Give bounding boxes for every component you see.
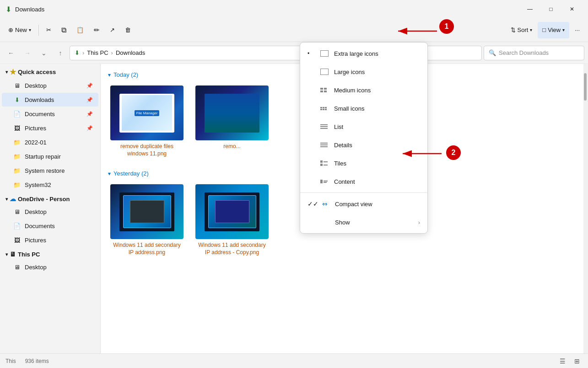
delete-button[interactable]: 🗑 [120, 22, 135, 38]
menu-item-show[interactable]: Show › [300, 213, 427, 231]
menu-item-compact-view[interactable]: ✓ ⇔ Compact view [300, 195, 427, 213]
sidebar-item-documents-od[interactable]: 📄 Documents [2, 219, 98, 233]
menu-item-large-icons[interactable]: Large icons [300, 63, 427, 81]
tiles-label: Tiles [334, 160, 346, 167]
medium-icons-label: Medium icons [334, 87, 371, 94]
menu-item-list[interactable]: List [300, 117, 427, 136]
quick-access-chevron-icon: ▾ [5, 69, 8, 75]
list-label: List [334, 123, 343, 130]
delete-icon: 🗑 [125, 27, 131, 33]
file-item-4[interactable]: Windows 11 add secondary IP address - Co… [193, 182, 271, 258]
back-button[interactable]: ← [4, 46, 18, 60]
annotation-1: 1 [439, 19, 454, 34]
sidebar-item-system-restore[interactable]: 📁 System restore [2, 164, 98, 177]
quick-access-header[interactable]: ▾ ★ Quick access [0, 66, 100, 78]
status-details-view-button[interactable]: ☰ [557, 356, 568, 367]
sidebar-item-pictures-od[interactable]: 🖼 Pictures [2, 233, 98, 247]
folder-icon-2: 📁 [13, 153, 21, 160]
pin-icon-2: 📌 [86, 97, 93, 103]
yesterday-chevron-icon: ▾ [108, 171, 111, 177]
menu-item-content[interactable]: Content [300, 172, 427, 191]
menu-separator [300, 192, 427, 193]
menu-item-small-icons[interactable]: Small icons [300, 99, 427, 117]
toolbar-separator-1 [38, 25, 39, 36]
details-icon [320, 143, 329, 147]
file-name-4: Windows 11 add secondary IP address - Co… [195, 242, 269, 256]
more-button[interactable]: ··· [570, 22, 584, 38]
recent-button[interactable]: ⌄ [37, 46, 51, 60]
menu-item-medium-icons[interactable]: Medium icons [300, 81, 427, 99]
main-layout: ▾ ★ Quick access 🖥 Desktop 📌 ⬇ Downloads… [0, 64, 588, 353]
view-chevron-icon: ▾ [562, 27, 565, 32]
sidebar-item-desktop-pc[interactable]: 🖥 Desktop [2, 260, 98, 274]
sidebar-item-desktop-od[interactable]: 🖥 Desktop [2, 205, 98, 219]
compact-view-icon: ⇔ [320, 200, 329, 208]
new-button[interactable]: ⊕ New ▾ [4, 22, 36, 38]
cut-button[interactable]: ✂ [42, 22, 56, 38]
sidebar-section-quick-access: ▾ ★ Quick access 🖥 Desktop 📌 ⬇ Downloads… [0, 66, 100, 192]
new-label: New [15, 27, 27, 33]
sidebar: ▾ ★ Quick access 🖥 Desktop 📌 ⬇ Downloads… [0, 64, 101, 353]
small-icons-icon [320, 107, 329, 110]
folder-icon-3: 📁 [13, 167, 21, 174]
scrollbar-thumb [584, 73, 587, 101]
status-bar: This 936 items ☰ ⊞ [0, 353, 588, 368]
vertical-scrollbar[interactable] [583, 64, 588, 353]
window-icon: ⬇ [5, 5, 11, 14]
this-label: This [5, 358, 16, 364]
search-icon: 🔍 [489, 49, 496, 56]
onedrive-chevron-icon: ▾ [5, 197, 8, 202]
desktop-od-icon: 🖥 [13, 208, 21, 215]
file-item-2[interactable]: remo... [193, 84, 271, 159]
search-box[interactable]: 🔍 Search Downloads [484, 46, 584, 60]
view-button[interactable]: □ View ▾ [538, 22, 569, 38]
status-large-icons-view-button[interactable]: ⊞ [572, 356, 583, 367]
sort-button[interactable]: ⇅ Sort ▾ [506, 22, 537, 38]
compact-view-label: Compact view [335, 201, 372, 208]
onedrive-label: OneDrive - Person [18, 196, 70, 203]
sidebar-item-2022[interactable]: 📁 2022-01 [2, 135, 98, 149]
item-count: 936 items [25, 358, 49, 364]
show-arrow-icon: › [418, 219, 420, 226]
sidebar-item-startup[interactable]: 📁 Startup repair [2, 149, 98, 163]
menu-item-details[interactable]: Details [300, 136, 427, 154]
file-name-2: remo... [223, 143, 240, 150]
content-label: Content [334, 178, 355, 185]
close-button[interactable]: ✕ [561, 2, 583, 16]
menu-item-extra-large-icons[interactable]: • Extra large icons [300, 44, 427, 63]
sidebar-item-pictures-qa[interactable]: 🖼 Pictures 📌 [2, 121, 98, 135]
onedrive-header[interactable]: ▾ ☁ OneDrive - Person [0, 193, 100, 204]
window-controls: — □ ✕ [519, 2, 583, 16]
sidebar-item-system32[interactable]: 📁 System32 [2, 178, 98, 192]
sidebar-item-desktop-qa[interactable]: 🖥 Desktop 📌 [2, 79, 98, 92]
address-icon: ⬇ [75, 49, 80, 56]
rename-button[interactable]: ✏ [89, 22, 104, 38]
large-icons-label: Large icons [334, 69, 365, 75]
folder-icon-1: 📁 [13, 139, 21, 146]
group-yesterday-label: Yesterday (2) [113, 170, 149, 177]
sidebar-item-label: Startup repair [25, 153, 61, 160]
extra-large-icons-label: Extra large icons [334, 50, 378, 57]
file-item-3[interactable]: Windows 11 add secondary IP address.png [108, 182, 186, 258]
minimize-button[interactable]: — [519, 2, 540, 16]
list-icon [320, 124, 329, 129]
small-icons-label: Small icons [334, 105, 364, 112]
sidebar-item-label: Documents [25, 223, 55, 229]
share-button[interactable]: ↗ [105, 22, 119, 38]
file-item-1[interactable]: File Manager remove duplicate files wind… [108, 84, 186, 159]
menu-item-tiles[interactable]: Tiles [300, 154, 427, 172]
thispc-header[interactable]: ▾ 🖥 This PC [0, 249, 100, 260]
maximize-button[interactable]: □ [540, 2, 561, 16]
file-thumb-4 [195, 184, 269, 239]
sidebar-item-downloads-qa[interactable]: ⬇ Downloads 📌 [2, 93, 98, 107]
paste-button[interactable]: 📋 [72, 22, 88, 38]
sidebar-item-label: Documents [25, 111, 55, 117]
title-bar-left: ⬇ Downloads [5, 5, 44, 14]
sidebar-item-documents-qa[interactable]: 📄 Documents 📌 [2, 107, 98, 121]
quick-access-label: Quick access [18, 69, 56, 75]
nav-bar: ← → ⌄ ↑ ⬇ › This PC › Downloads 🔍 Search… [0, 42, 588, 64]
forward-button[interactable]: → [20, 46, 35, 60]
copy-button[interactable]: ⧉ [57, 22, 71, 38]
up-button[interactable]: ↑ [53, 46, 68, 60]
title-bar: ⬇ Downloads — □ ✕ [0, 0, 588, 18]
